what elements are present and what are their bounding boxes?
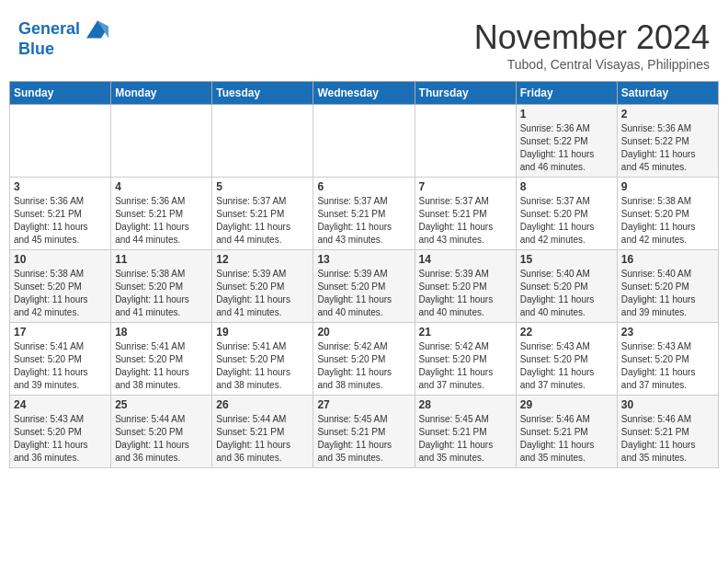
day-number: 18 [115, 326, 208, 339]
page-header: General Blue November 2024 Tubod, Centra… [9, 9, 719, 76]
calendar-cell: 5Sunrise: 5:37 AM Sunset: 5:21 PM Daylig… [212, 178, 313, 250]
calendar-cell: 12Sunrise: 5:39 AM Sunset: 5:20 PM Dayli… [212, 250, 313, 323]
calendar-cell: 4Sunrise: 5:36 AM Sunset: 5:21 PM Daylig… [111, 178, 212, 250]
calendar-cell: 18Sunrise: 5:41 AM Sunset: 5:20 PM Dayli… [111, 323, 212, 396]
day-number: 11 [115, 253, 208, 266]
day-info: Sunrise: 5:36 AM Sunset: 5:21 PM Dayligh… [14, 195, 107, 247]
day-number: 9 [621, 180, 714, 193]
calendar-cell: 15Sunrise: 5:40 AM Sunset: 5:20 PM Dayli… [516, 250, 617, 323]
day-info: Sunrise: 5:43 AM Sunset: 5:20 PM Dayligh… [621, 340, 714, 392]
calendar-cell: 23Sunrise: 5:43 AM Sunset: 5:20 PM Dayli… [617, 323, 718, 396]
calendar-cell: 26Sunrise: 5:44 AM Sunset: 5:21 PM Dayli… [212, 396, 313, 468]
weekday-header-sunday: Sunday [10, 82, 111, 105]
day-info: Sunrise: 5:41 AM Sunset: 5:20 PM Dayligh… [14, 340, 107, 392]
day-number: 27 [317, 398, 410, 411]
day-info: Sunrise: 5:41 AM Sunset: 5:20 PM Dayligh… [115, 340, 208, 392]
calendar-cell: 19Sunrise: 5:41 AM Sunset: 5:20 PM Dayli… [212, 323, 313, 396]
day-number: 14 [419, 253, 512, 266]
calendar-cell: 16Sunrise: 5:40 AM Sunset: 5:20 PM Dayli… [617, 250, 718, 323]
day-number: 25 [115, 398, 208, 411]
day-info: Sunrise: 5:46 AM Sunset: 5:21 PM Dayligh… [520, 413, 613, 465]
day-info: Sunrise: 5:36 AM Sunset: 5:21 PM Dayligh… [115, 195, 208, 247]
day-info: Sunrise: 5:36 AM Sunset: 5:22 PM Dayligh… [520, 122, 613, 174]
title-block: November 2024 Tubod, Central Visayas, Ph… [474, 18, 710, 72]
calendar-week-row: 24Sunrise: 5:43 AM Sunset: 5:20 PM Dayli… [10, 396, 719, 468]
calendar-cell: 17Sunrise: 5:41 AM Sunset: 5:20 PM Dayli… [10, 323, 111, 396]
weekday-header-saturday: Saturday [617, 82, 718, 105]
calendar-cell: 29Sunrise: 5:46 AM Sunset: 5:21 PM Dayli… [516, 396, 617, 468]
calendar-cell: 30Sunrise: 5:46 AM Sunset: 5:21 PM Dayli… [617, 396, 718, 468]
day-info: Sunrise: 5:38 AM Sunset: 5:20 PM Dayligh… [115, 268, 208, 319]
day-number: 13 [317, 253, 410, 266]
day-number: 21 [419, 326, 512, 339]
calendar-cell: 22Sunrise: 5:43 AM Sunset: 5:20 PM Dayli… [516, 323, 617, 396]
day-info: Sunrise: 5:37 AM Sunset: 5:20 PM Dayligh… [520, 195, 613, 247]
day-number: 17 [14, 326, 107, 339]
day-info: Sunrise: 5:45 AM Sunset: 5:21 PM Dayligh… [419, 413, 512, 465]
day-number: 22 [520, 326, 613, 339]
day-info: Sunrise: 5:45 AM Sunset: 5:21 PM Dayligh… [317, 413, 410, 465]
day-info: Sunrise: 5:44 AM Sunset: 5:21 PM Dayligh… [216, 413, 309, 465]
day-info: Sunrise: 5:39 AM Sunset: 5:20 PM Dayligh… [317, 268, 410, 319]
day-info: Sunrise: 5:40 AM Sunset: 5:20 PM Dayligh… [621, 268, 714, 319]
calendar-cell: 25Sunrise: 5:44 AM Sunset: 5:20 PM Dayli… [111, 396, 212, 468]
day-info: Sunrise: 5:41 AM Sunset: 5:20 PM Dayligh… [216, 340, 309, 392]
weekday-header-monday: Monday [111, 82, 212, 105]
day-number: 28 [419, 398, 512, 411]
calendar-cell: 1Sunrise: 5:36 AM Sunset: 5:22 PM Daylig… [516, 105, 617, 178]
calendar-week-row: 3Sunrise: 5:36 AM Sunset: 5:21 PM Daylig… [10, 178, 719, 250]
logo: General Blue [18, 18, 108, 59]
weekday-header-friday: Friday [516, 82, 617, 105]
calendar-week-row: 17Sunrise: 5:41 AM Sunset: 5:20 PM Dayli… [10, 323, 719, 396]
logo-icon [86, 18, 108, 40]
location-title: Tubod, Central Visayas, Philippines [474, 57, 710, 72]
day-info: Sunrise: 5:37 AM Sunset: 5:21 PM Dayligh… [317, 195, 410, 247]
calendar-week-row: 10Sunrise: 5:38 AM Sunset: 5:20 PM Dayli… [10, 250, 719, 323]
day-number: 2 [621, 108, 714, 121]
day-info: Sunrise: 5:43 AM Sunset: 5:20 PM Dayligh… [14, 413, 107, 465]
day-number: 1 [520, 108, 613, 121]
calendar-cell [212, 105, 313, 178]
day-number: 19 [216, 326, 309, 339]
calendar-body: 1Sunrise: 5:36 AM Sunset: 5:22 PM Daylig… [10, 105, 719, 468]
day-number: 30 [621, 398, 714, 411]
calendar-cell: 11Sunrise: 5:38 AM Sunset: 5:20 PM Dayli… [111, 250, 212, 323]
weekday-header-thursday: Thursday [415, 82, 516, 105]
day-info: Sunrise: 5:42 AM Sunset: 5:20 PM Dayligh… [317, 340, 410, 392]
calendar-cell: 8Sunrise: 5:37 AM Sunset: 5:20 PM Daylig… [516, 178, 617, 250]
day-number: 3 [14, 180, 107, 193]
weekday-header-tuesday: Tuesday [212, 82, 313, 105]
day-number: 20 [317, 326, 410, 339]
day-info: Sunrise: 5:43 AM Sunset: 5:20 PM Dayligh… [520, 340, 613, 392]
day-number: 5 [216, 180, 309, 193]
day-number: 12 [216, 253, 309, 266]
calendar-cell: 14Sunrise: 5:39 AM Sunset: 5:20 PM Dayli… [415, 250, 516, 323]
calendar-cell: 3Sunrise: 5:36 AM Sunset: 5:21 PM Daylig… [10, 178, 111, 250]
logo-text: General [18, 18, 108, 40]
calendar-cell: 9Sunrise: 5:38 AM Sunset: 5:20 PM Daylig… [617, 178, 718, 250]
day-info: Sunrise: 5:37 AM Sunset: 5:21 PM Dayligh… [419, 195, 512, 247]
day-number: 4 [115, 180, 208, 193]
weekday-header-wednesday: Wednesday [313, 82, 415, 105]
calendar-cell [313, 105, 415, 178]
day-info: Sunrise: 5:39 AM Sunset: 5:20 PM Dayligh… [419, 268, 512, 319]
day-number: 16 [621, 253, 714, 266]
calendar-cell: 28Sunrise: 5:45 AM Sunset: 5:21 PM Dayli… [415, 396, 516, 468]
calendar-cell [10, 105, 111, 178]
logo-blue-text: Blue [18, 40, 108, 59]
day-number: 15 [520, 253, 613, 266]
day-info: Sunrise: 5:36 AM Sunset: 5:22 PM Dayligh… [621, 122, 714, 174]
calendar-cell: 20Sunrise: 5:42 AM Sunset: 5:20 PM Dayli… [313, 323, 415, 396]
day-info: Sunrise: 5:39 AM Sunset: 5:20 PM Dayligh… [216, 268, 309, 319]
calendar-cell [111, 105, 212, 178]
day-number: 7 [419, 180, 512, 193]
calendar-cell: 10Sunrise: 5:38 AM Sunset: 5:20 PM Dayli… [10, 250, 111, 323]
calendar-cell: 6Sunrise: 5:37 AM Sunset: 5:21 PM Daylig… [313, 178, 415, 250]
calendar-cell: 27Sunrise: 5:45 AM Sunset: 5:21 PM Dayli… [313, 396, 415, 468]
day-number: 8 [520, 180, 613, 193]
day-number: 26 [216, 398, 309, 411]
day-number: 10 [14, 253, 107, 266]
day-info: Sunrise: 5:38 AM Sunset: 5:20 PM Dayligh… [14, 268, 107, 319]
day-info: Sunrise: 5:46 AM Sunset: 5:21 PM Dayligh… [621, 413, 714, 465]
day-number: 6 [317, 180, 410, 193]
